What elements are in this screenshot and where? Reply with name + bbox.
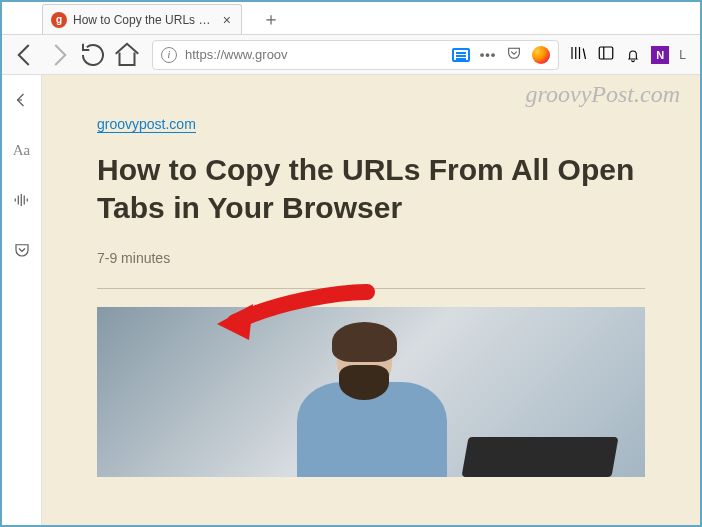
back-button[interactable]: [10, 40, 40, 70]
article-hero-image: [97, 307, 645, 477]
close-reader-icon[interactable]: [7, 85, 37, 115]
reload-button[interactable]: [78, 40, 108, 70]
home-button[interactable]: [112, 40, 142, 70]
svg-rect-0: [600, 47, 614, 59]
type-controls-icon[interactable]: Aa: [7, 135, 37, 165]
tab-favicon: g: [51, 12, 67, 28]
urlbar-actions: •••: [452, 45, 551, 64]
save-pocket-icon[interactable]: [7, 235, 37, 265]
site-info-icon[interactable]: i: [161, 47, 177, 63]
new-tab-button[interactable]: ＋: [258, 6, 284, 32]
sidebar-icon[interactable]: [597, 44, 615, 66]
profile-initial[interactable]: L: [679, 48, 686, 62]
library-icon[interactable]: [569, 44, 587, 66]
reader-mode-icon[interactable]: [452, 48, 470, 62]
watermark: groovyPost.com: [526, 81, 680, 108]
container-icon[interactable]: [532, 46, 550, 64]
content-area: Aa groovyPost.com groovypost.com How to …: [2, 75, 700, 525]
notification-icon[interactable]: [625, 47, 641, 63]
reader-sidebar: Aa: [2, 75, 42, 525]
pocket-icon[interactable]: [506, 45, 522, 64]
reader-content: groovyPost.com groovypost.com How to Cop…: [42, 75, 700, 525]
url-text: https://www.groov: [185, 47, 444, 62]
browser-tab[interactable]: g How to Copy the URLs From All Open Tab…: [42, 4, 242, 34]
read-time: 7-9 minutes: [97, 250, 645, 266]
narrate-icon[interactable]: [7, 185, 37, 215]
onenote-icon[interactable]: N: [651, 46, 669, 64]
article-domain-link[interactable]: groovypost.com: [97, 116, 196, 133]
tab-strip: g How to Copy the URLs From All Open Tab…: [2, 2, 700, 35]
toolbar-right: N L: [569, 44, 692, 66]
page-actions-icon[interactable]: •••: [480, 47, 497, 62]
divider: [97, 288, 645, 289]
article-title: How to Copy the URLs From All Open Tabs …: [97, 151, 645, 226]
address-bar[interactable]: i https://www.groov •••: [152, 40, 559, 70]
nav-toolbar: i https://www.groov ••• N L: [2, 35, 700, 75]
close-tab-icon[interactable]: ×: [221, 12, 233, 28]
forward-button[interactable]: [44, 40, 74, 70]
tab-title: How to Copy the URLs From All Open Tabs …: [73, 13, 215, 27]
